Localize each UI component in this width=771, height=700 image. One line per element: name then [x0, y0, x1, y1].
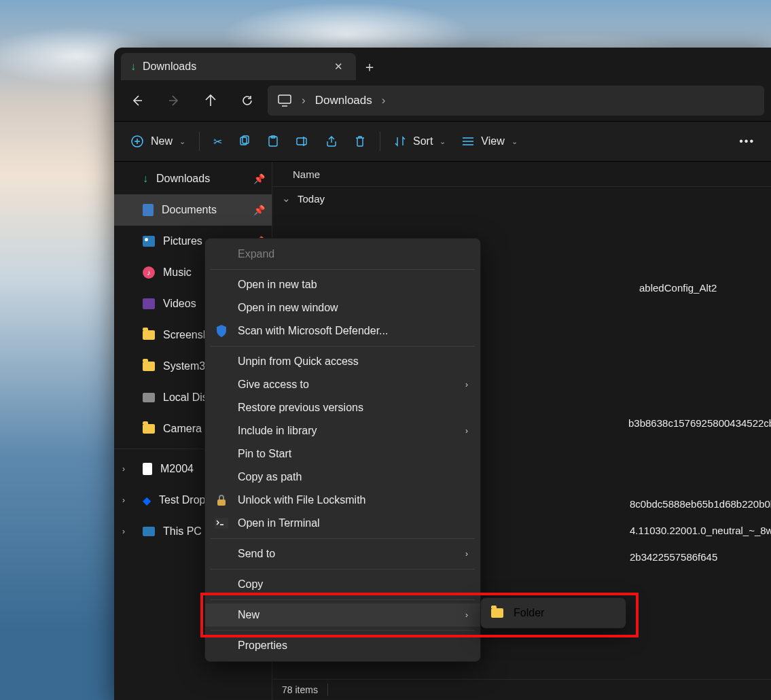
more-button[interactable]: ••• — [732, 128, 761, 154]
sort-button[interactable]: Sort ⌄ — [387, 128, 452, 154]
context-item-label: Unlock with File Locksmith — [238, 494, 366, 506]
download-icon: ↓ — [130, 60, 136, 73]
arrow-right-icon — [167, 94, 181, 107]
chevron-down-icon: ⌄ — [179, 137, 185, 146]
context-item-label: Expand — [238, 248, 274, 260]
svg-rect-8 — [215, 518, 228, 529]
context-item-copy[interactable]: Copy — [205, 573, 480, 596]
context-menu-separator — [211, 599, 475, 600]
nav-toolbar: › Downloads › — [114, 80, 771, 121]
svg-rect-6 — [297, 138, 306, 145]
context-item-send-to[interactable]: Send to› — [205, 542, 480, 565]
monitor-icon — [277, 94, 292, 107]
sidebar-label: Documents — [162, 204, 217, 216]
column-header-name[interactable]: Name — [272, 162, 771, 187]
terminal-icon — [215, 518, 228, 529]
context-item-unpin-from-quick-access[interactable]: Unpin from Quick access — [205, 350, 480, 373]
paste-icon — [267, 135, 279, 147]
up-button[interactable] — [194, 86, 227, 116]
forward-button[interactable] — [158, 86, 190, 116]
tab-close-button[interactable]: ✕ — [329, 57, 348, 76]
context-item-label: Copy — [238, 578, 263, 591]
context-item-new[interactable]: New› — [205, 603, 480, 627]
folder-icon — [490, 608, 504, 618]
sidebar-label: M2004 — [160, 463, 194, 475]
context-item-restore-previous-versions[interactable]: Restore previous versions — [205, 396, 480, 419]
dropbox-icon: ◆ — [143, 494, 151, 507]
sidebar-label: Downloads — [156, 173, 210, 185]
view-icon — [462, 137, 474, 146]
refresh-button[interactable] — [231, 86, 264, 116]
folder-icon — [143, 424, 155, 434]
chevron-right-icon[interactable]: › — [122, 464, 125, 474]
tab-title: Downloads — [143, 60, 196, 73]
context-menu-separator — [211, 538, 475, 539]
new-button[interactable]: New ⌄ — [124, 128, 192, 154]
pc-icon — [143, 527, 155, 536]
share-button[interactable] — [319, 128, 344, 154]
context-item-copy-as-path[interactable]: Copy as path — [205, 466, 480, 489]
context-item-open-in-new-tab[interactable]: Open in new tab — [205, 273, 480, 296]
context-submenu-new: Folder — [480, 597, 626, 629]
sidebar-label: Music — [163, 266, 192, 279]
copy-button[interactable] — [232, 128, 257, 154]
context-item-give-access-to[interactable]: Give access to› — [205, 373, 480, 396]
context-item-expand: Expand — [205, 243, 480, 266]
context-item-label: Properties — [238, 640, 287, 652]
chevron-right-icon: › — [465, 380, 468, 389]
music-icon: ♪ — [143, 266, 155, 279]
sort-label: Sort — [413, 135, 433, 147]
rename-button[interactable] — [289, 128, 316, 154]
context-item-scan-with-microsoft-defender-[interactable]: Scan with Microsoft Defender... — [205, 319, 480, 343]
paste-button[interactable] — [260, 128, 286, 154]
context-item-pin-to-start[interactable]: Pin to Start — [205, 442, 480, 466]
sidebar-item-downloads[interactable]: ↓Downloads📌 — [114, 163, 272, 194]
rename-icon — [295, 135, 309, 147]
delete-button[interactable] — [347, 128, 373, 154]
tab-bar: ↓ Downloads ✕ ＋ — [114, 48, 771, 80]
chevron-right-icon: › — [465, 610, 468, 620]
context-item-label: Give access to — [238, 379, 309, 391]
context-item-properties[interactable]: Properties — [205, 634, 480, 657]
chevron-down-icon: ⌄ — [282, 192, 291, 205]
context-item-label: Open in Terminal — [238, 517, 320, 529]
chevron-right-icon[interactable]: › — [122, 495, 125, 505]
new-label: New — [151, 135, 173, 147]
file-icon — [143, 463, 152, 475]
chevron-right-icon[interactable]: › — [122, 527, 125, 536]
context-item-include-in-library[interactable]: Include in library› — [205, 419, 480, 442]
context-menu-separator — [211, 269, 475, 270]
tab-downloads[interactable]: ↓ Downloads ✕ — [121, 53, 356, 80]
group-label: Today — [298, 193, 325, 205]
svg-rect-0 — [279, 95, 291, 103]
context-item-unlock-with-file-locksmith[interactable]: Unlock with File Locksmith — [205, 489, 480, 512]
download-icon: ↓ — [143, 173, 148, 185]
disk-icon — [143, 393, 155, 402]
videos-icon — [143, 298, 155, 309]
svg-rect-7 — [217, 500, 226, 506]
trash-icon — [354, 135, 366, 147]
back-button[interactable] — [121, 86, 154, 116]
folder-icon — [143, 330, 155, 340]
context-item-open-in-new-window[interactable]: Open in new window — [205, 296, 480, 319]
chevron-right-icon: › — [302, 94, 306, 107]
sidebar-label: This PC — [163, 525, 202, 538]
toolbar-divider — [380, 132, 380, 151]
address-bar[interactable]: › Downloads › — [268, 86, 764, 116]
cut-button[interactable]: ✂ — [207, 128, 229, 154]
new-tab-button[interactable]: ＋ — [356, 53, 383, 80]
sidebar-item-documents[interactable]: Documents📌 — [114, 194, 272, 226]
context-item-label: New — [238, 609, 259, 621]
pin-icon[interactable]: 📌 — [253, 205, 265, 215]
shield-icon — [215, 324, 228, 338]
context-item-label: Restore previous versions — [238, 402, 363, 414]
group-header-today[interactable]: ⌄ Today — [272, 187, 771, 210]
sidebar-label: Pictures — [163, 235, 202, 247]
status-bar: 78 items — [272, 679, 771, 700]
breadcrumb-location[interactable]: Downloads — [315, 94, 372, 107]
view-button[interactable]: View ⌄ — [455, 128, 524, 154]
submenu-item-folder[interactable]: Folder — [481, 601, 626, 625]
pin-icon[interactable]: 📌 — [253, 173, 265, 184]
context-item-label: Send to — [238, 548, 275, 560]
context-item-open-in-terminal[interactable]: Open in Terminal — [205, 512, 480, 535]
